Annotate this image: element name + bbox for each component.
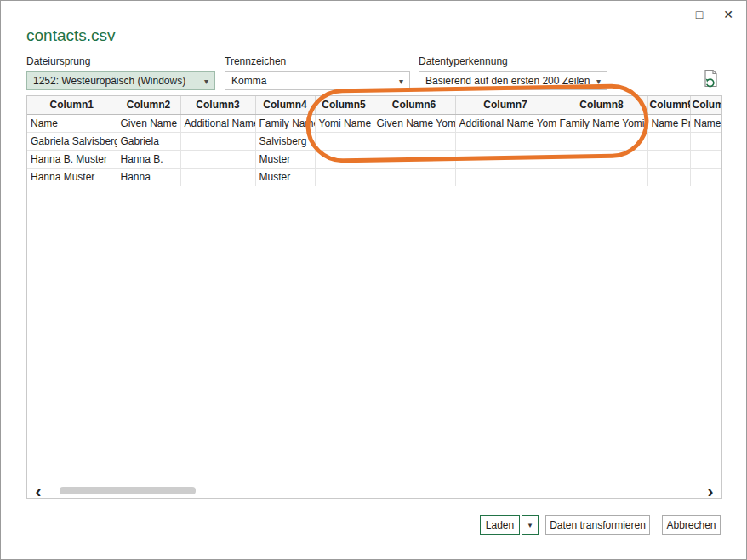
header-row: Column1Column2Column3Column4Column5Colum…	[27, 96, 722, 114]
table-cell: Hanna	[117, 168, 180, 186]
column-header: Column9	[647, 96, 690, 114]
refresh-file-icon	[702, 69, 721, 88]
scroll-right-button[interactable]: ›	[699, 485, 721, 497]
refresh-preview-button[interactable]	[702, 69, 721, 88]
preview-table: Column1Column2Column3Column4Column5Colum…	[27, 96, 722, 186]
type-detection-group: Datentyperkennung Basierend auf den erst…	[419, 55, 607, 90]
maximize-button[interactable]: □	[685, 3, 714, 26]
table-cell: Gabriela Salvisberg	[27, 132, 117, 150]
table-cell	[180, 132, 255, 150]
table-cell	[690, 150, 722, 168]
column-header: Column2	[117, 96, 180, 114]
titlebar: □ ✕	[685, 3, 743, 26]
table-cell	[690, 132, 722, 150]
scroll-left-button[interactable]: ‹	[27, 485, 49, 497]
table-cell: Muster	[255, 168, 315, 186]
column-header: Column8	[556, 96, 647, 114]
table-row: Hanna B. MusterHanna B.Muster	[27, 150, 722, 168]
table-cell	[690, 168, 722, 186]
table-cell	[315, 132, 373, 150]
type-detection-label: Datentyperkennung	[419, 55, 607, 67]
transform-data-button[interactable]: Daten transformieren	[545, 515, 650, 535]
table-cell	[315, 150, 373, 168]
chevron-down-icon: ▾	[204, 77, 208, 86]
table-cell: Family Name Yomi	[556, 114, 647, 132]
table-cell	[556, 150, 647, 168]
column-header: Column10	[690, 96, 722, 114]
column-header: Column3	[180, 96, 255, 114]
chevron-down-icon: ▾	[596, 77, 601, 86]
table-cell: Additional Name	[180, 114, 255, 132]
table-cell: Hanna Muster	[27, 168, 117, 186]
data-preview: Column1Column2Column3Column4Column5Colum…	[26, 95, 722, 499]
column-header: Column4	[255, 96, 315, 114]
cancel-button[interactable]: Abbrechen	[662, 515, 721, 535]
table-cell	[455, 132, 556, 150]
file-origin-label: Dateiursprung	[26, 55, 215, 67]
load-button[interactable]: Laden	[480, 515, 520, 535]
table-cell	[180, 150, 255, 168]
chevron-down-icon: ▾	[399, 77, 403, 86]
horizontal-scrollbar: ‹ ›	[27, 483, 721, 498]
file-origin-dropdown[interactable]: 1252: Westeuropäisch (Windows) ▾	[26, 71, 215, 90]
table-cell: Name	[27, 114, 117, 132]
table-cell: Hanna B.	[117, 150, 180, 168]
delimiter-value: Komma	[231, 75, 266, 87]
close-button[interactable]: ✕	[714, 3, 743, 26]
table-cell	[556, 132, 647, 150]
table-row: Gabriela SalvisbergGabrielaSalvisberg	[27, 132, 722, 150]
table-row: NameGiven NameAdditional NameFamily Name…	[27, 114, 722, 132]
load-options-button[interactable]: ▾	[522, 515, 539, 535]
table-cell: Name Prefix	[647, 114, 690, 132]
table-cell	[455, 150, 556, 168]
table-cell	[373, 150, 455, 168]
table-cell	[647, 150, 690, 168]
table-row: Hanna MusterHannaMuster	[27, 168, 722, 186]
preview-table-body: NameGiven NameAdditional NameFamily Name…	[27, 114, 722, 186]
scrollbar-track[interactable]	[49, 483, 699, 498]
delimiter-label: Trennzeichen	[225, 55, 410, 67]
table-cell	[373, 168, 455, 186]
column-header: Column5	[315, 96, 373, 114]
table-cell	[647, 168, 690, 186]
table-cell	[315, 168, 373, 186]
table-cell: Salvisberg	[255, 132, 315, 150]
column-header: Column6	[373, 96, 455, 114]
table-cell: Muster	[255, 150, 315, 168]
table-cell: Family Name	[255, 114, 315, 132]
table-cell: Given Name	[117, 114, 180, 132]
file-origin-group: Dateiursprung 1252: Westeuropäisch (Wind…	[26, 55, 215, 90]
table-cell: Gabriela	[117, 132, 180, 150]
table-cell	[180, 168, 255, 186]
csv-import-dialog: □ ✕ contacts.csv Dateiursprung 1252: Wes…	[0, 0, 747, 560]
chevron-down-icon: ▾	[528, 521, 533, 529]
column-header: Column1	[27, 96, 117, 114]
scrollbar-thumb[interactable]	[60, 487, 196, 494]
table-cell: Yomi Name	[315, 114, 373, 132]
table-cell	[373, 132, 455, 150]
table-cell: Given Name Yomi	[373, 114, 455, 132]
table-cell: Name Suffix	[690, 114, 722, 132]
type-detection-value: Basierend auf den ersten 200 Zeilen	[425, 75, 590, 87]
table-cell	[556, 168, 647, 186]
maximize-icon: □	[696, 9, 703, 20]
table-cell	[455, 168, 556, 186]
column-header: Column7	[455, 96, 556, 114]
table-cell: Additional Name Yomi	[455, 114, 556, 132]
type-detection-dropdown[interactable]: Basierend auf den ersten 200 Zeilen ▾	[419, 71, 607, 90]
page-title: contacts.csv	[26, 26, 116, 45]
load-split-button: Laden ▾	[480, 515, 539, 535]
table-cell: Hanna B. Muster	[27, 150, 117, 168]
table-cell	[647, 132, 690, 150]
close-icon: ✕	[723, 9, 733, 20]
file-origin-value: 1252: Westeuropäisch (Windows)	[33, 75, 185, 87]
delimiter-group: Trennzeichen Komma ▾	[225, 55, 410, 90]
delimiter-dropdown[interactable]: Komma ▾	[225, 71, 410, 90]
